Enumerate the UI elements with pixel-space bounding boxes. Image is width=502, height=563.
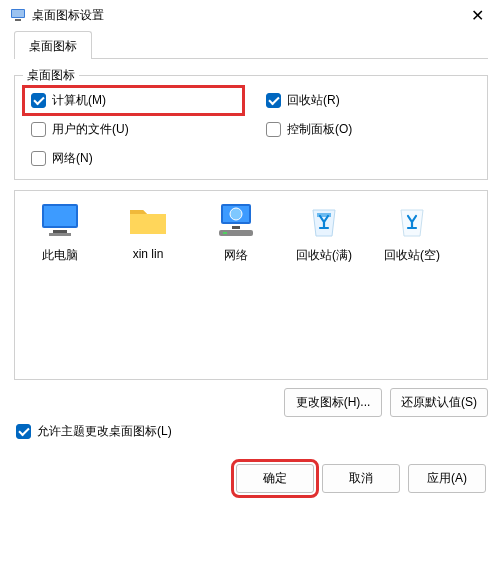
icon-label: xin lin (109, 247, 187, 261)
group-desktop-icons: 桌面图标 计算机(M) 回收站(R) 用户的文件(U) 控制面板(O) 网络(N… (14, 75, 488, 180)
svg-rect-4 (44, 206, 76, 226)
icon-preview-box: 此电脑 xin lin 网络 (14, 190, 488, 380)
icon-label: 此电脑 (21, 247, 99, 264)
svg-rect-2 (15, 19, 21, 21)
icon-label: 回收站(空) (373, 247, 451, 264)
svg-rect-6 (49, 233, 71, 236)
check-label: 回收站(R) (287, 92, 340, 109)
icon-label: 回收站(满) (285, 247, 363, 264)
checkbox-icon[interactable] (266, 122, 281, 137)
check-network[interactable]: 网络(N) (31, 150, 236, 167)
check-label: 计算机(M) (52, 92, 106, 109)
icon-recycle-full[interactable]: 回收站(满) (285, 201, 363, 264)
icon-recycle-empty[interactable]: 回收站(空) (373, 201, 451, 264)
checkbox-icon[interactable] (31, 122, 46, 137)
svg-rect-12 (223, 232, 227, 234)
check-label: 允许主题更改桌面图标(L) (37, 423, 172, 440)
check-control-panel[interactable]: 控制面板(O) (266, 121, 471, 138)
checkbox-icon[interactable] (31, 151, 46, 166)
checkbox-icon[interactable] (31, 93, 46, 108)
svg-rect-1 (12, 10, 24, 17)
checkbox-icon[interactable] (266, 93, 281, 108)
restore-default-button[interactable]: 还原默认值(S) (390, 388, 488, 417)
icon-network[interactable]: 网络 (197, 201, 275, 264)
window-title: 桌面图标设置 (32, 7, 462, 24)
icon-folder[interactable]: xin lin (109, 201, 187, 261)
check-computer[interactable]: 计算机(M) (27, 90, 240, 111)
cancel-button[interactable]: 取消 (322, 464, 400, 493)
svg-point-9 (230, 208, 242, 220)
app-icon (10, 7, 26, 23)
check-allow-theme[interactable]: 允许主题更改桌面图标(L) (14, 417, 488, 442)
apply-button[interactable]: 应用(A) (408, 464, 486, 493)
checkbox-icon[interactable] (16, 424, 31, 439)
icon-this-pc[interactable]: 此电脑 (21, 201, 99, 264)
ok-button[interactable]: 确定 (236, 464, 314, 493)
check-userfiles[interactable]: 用户的文件(U) (31, 121, 236, 138)
check-label: 控制面板(O) (287, 121, 352, 138)
group-label: 桌面图标 (23, 67, 79, 84)
tab-desktop-icons[interactable]: 桌面图标 (14, 31, 92, 59)
svg-rect-10 (232, 226, 240, 229)
check-recycle[interactable]: 回收站(R) (266, 92, 471, 109)
check-label: 用户的文件(U) (52, 121, 129, 138)
icon-label: 网络 (197, 247, 275, 264)
close-icon[interactable]: ✕ (462, 6, 492, 25)
check-label: 网络(N) (52, 150, 93, 167)
svg-rect-5 (53, 230, 67, 233)
change-icon-button[interactable]: 更改图标(H)... (284, 388, 382, 417)
